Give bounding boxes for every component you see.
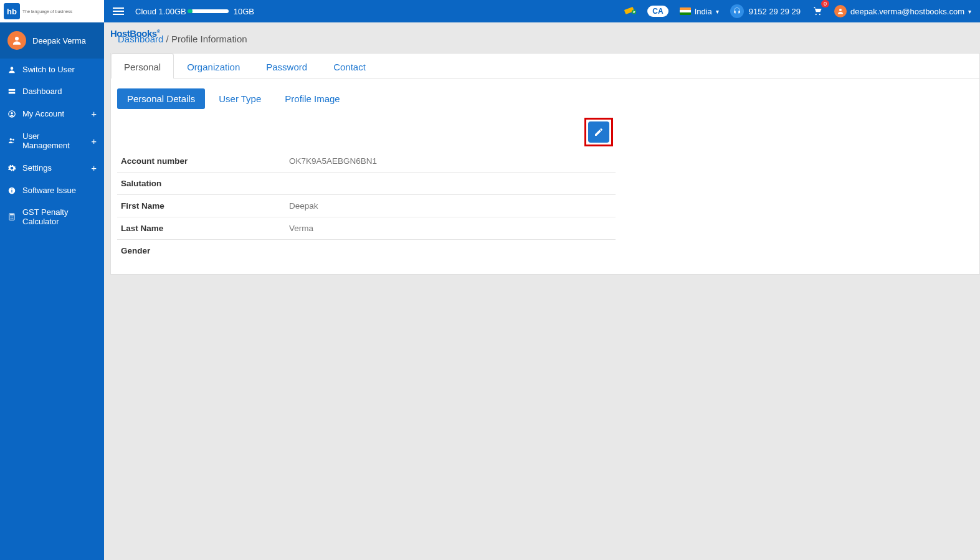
svg-point-21 — [11, 218, 11, 219]
svg-point-20 — [12, 216, 13, 217]
detail-label: Gender — [121, 246, 289, 255]
svg-point-2 — [816, 13, 817, 14]
brand-text: HostBooks® The language of business — [22, 9, 72, 14]
svg-rect-8 — [9, 92, 16, 93]
sidebar-item-switch-user[interactable]: Switch to User — [0, 59, 104, 80]
gear-icon — [7, 164, 16, 173]
detail-row-gender: Gender — [117, 240, 616, 262]
flag-icon — [680, 7, 691, 15]
profile-avatar-icon — [7, 31, 26, 50]
user-avatar-icon — [834, 5, 847, 17]
svg-point-19 — [11, 216, 12, 217]
svg-rect-17 — [10, 214, 14, 216]
detail-row-account-number: Account number OK7K9A5AEBGN6BN1 — [117, 150, 616, 173]
chevron-down-icon: ▾ — [968, 8, 971, 15]
detail-row-last-name: Last Name Verma — [117, 217, 616, 240]
user-email-label: deepak.verma@hostbooks.com — [850, 7, 964, 16]
cloud-used-label: Cloud 1.00GB — [135, 7, 186, 16]
detail-value: Verma — [289, 224, 313, 233]
svg-point-11 — [10, 138, 12, 141]
svg-point-10 — [11, 112, 13, 115]
brand-mark-icon: hb — [4, 3, 20, 19]
sidebar-item-label: GST Penalty Calculator — [22, 207, 97, 226]
subtab-user-type[interactable]: User Type — [209, 88, 271, 109]
secondary-tabs: Personal Details User Type Profile Image — [111, 78, 979, 118]
tab-password[interactable]: Password — [253, 54, 320, 78]
info-icon — [7, 186, 16, 195]
expand-icon: + — [91, 163, 97, 173]
detail-row-first-name: First Name Deepak — [117, 195, 616, 217]
sidebar-item-label: Software Issue — [22, 186, 76, 195]
expand-icon: + — [91, 108, 97, 119]
headset-icon — [730, 4, 744, 18]
user-icon — [7, 65, 16, 74]
sidebar: Deepak Verma Switch to User Dashboard My… — [0, 22, 104, 560]
storage-meter-track — [191, 9, 229, 13]
pencil-icon — [594, 127, 604, 137]
main-content: Dashboard / Profile Information Personal… — [104, 22, 980, 560]
storage-meter-fill — [188, 9, 193, 13]
subtab-profile-image[interactable]: Profile Image — [275, 88, 350, 109]
svg-point-22 — [11, 218, 12, 219]
sidebar-item-label: User Management — [22, 131, 85, 150]
tab-contact[interactable]: Contact — [320, 54, 379, 78]
detail-label: First Name — [121, 201, 289, 211]
sidebar-item-settings[interactable]: Settings + — [0, 156, 104, 179]
svg-rect-7 — [9, 88, 16, 90]
sidebar-item-label: Settings — [22, 163, 52, 173]
ca-badge[interactable]: CA — [647, 6, 668, 17]
sidebar-item-label: Switch to User — [22, 65, 75, 74]
brand-logo[interactable]: hb HostBooks® The language of business — [0, 0, 104, 22]
svg-rect-14 — [11, 189, 12, 192]
top-header: hb HostBooks® The language of business C… — [0, 0, 980, 22]
edit-button-highlight — [584, 118, 613, 146]
detail-row-salutation: Salutation — [117, 173, 616, 195]
svg-rect-15 — [11, 188, 12, 189]
svg-point-12 — [12, 139, 14, 141]
sidebar-item-my-account[interactable]: My Account + — [0, 102, 104, 125]
detail-label: Account number — [121, 156, 289, 166]
edit-button[interactable] — [588, 121, 609, 143]
breadcrumb: Dashboard / Profile Information — [110, 29, 980, 49]
sidebar-item-dashboard[interactable]: Dashboard — [0, 80, 104, 102]
svg-point-5 — [15, 37, 19, 40]
sidebar-item-gst-calculator[interactable]: GST Penalty Calculator — [0, 201, 104, 232]
menu-toggle-icon[interactable] — [113, 7, 124, 15]
sidebar-item-label: Dashboard — [22, 87, 62, 96]
country-label: India — [695, 7, 712, 16]
detail-value: Deepak — [289, 201, 318, 211]
subtab-personal-details[interactable]: Personal Details — [117, 88, 205, 109]
primary-tabs: Personal Organization Password Contact — [111, 54, 979, 78]
svg-point-4 — [839, 9, 842, 11]
profile-card: Personal Organization Password Contact P… — [110, 53, 980, 275]
breadcrumb-separator: / — [166, 34, 171, 44]
cloud-total-label: 10GB — [234, 7, 254, 16]
user-menu[interactable]: deepak.verma@hostbooks.com ▾ — [834, 5, 971, 17]
cloud-storage-meter: Cloud 1.00GB 10GB — [135, 7, 254, 16]
country-selector[interactable]: India ▾ — [680, 7, 719, 16]
svg-point-6 — [11, 67, 14, 70]
support-phone-label: 9152 29 29 29 — [749, 7, 801, 16]
detail-label: Last Name — [121, 224, 289, 233]
details-section: Account number OK7K9A5AEBGN6BN1 Salutati… — [111, 118, 622, 274]
expand-icon: + — [91, 136, 97, 146]
cart-button[interactable]: 0 — [812, 5, 823, 18]
sidebar-item-software-issue[interactable]: Software Issue — [0, 179, 104, 201]
chevron-down-icon: ▾ — [716, 8, 719, 15]
breadcrumb-root-link[interactable]: Dashboard — [118, 34, 163, 44]
coupon-icon[interactable] — [622, 4, 636, 19]
cart-count-badge: 0 — [821, 0, 829, 7]
support-phone[interactable]: 9152 29 29 29 — [730, 4, 801, 18]
sidebar-profile[interactable]: Deepak Verma — [0, 22, 104, 59]
tab-organization[interactable]: Organization — [174, 54, 253, 78]
sidebar-item-user-management[interactable]: User Management + — [0, 125, 104, 156]
detail-value: OK7K9A5AEBGN6BN1 — [289, 156, 377, 166]
dashboard-icon — [7, 87, 16, 96]
breadcrumb-current: Profile Information — [171, 34, 247, 44]
sidebar-user-name: Deepak Verma — [32, 36, 86, 45]
users-icon — [7, 136, 16, 145]
detail-label: Salutation — [121, 179, 289, 188]
svg-point-23 — [12, 218, 13, 219]
sidebar-item-label: My Account — [22, 109, 64, 118]
tab-personal[interactable]: Personal — [111, 54, 174, 78]
